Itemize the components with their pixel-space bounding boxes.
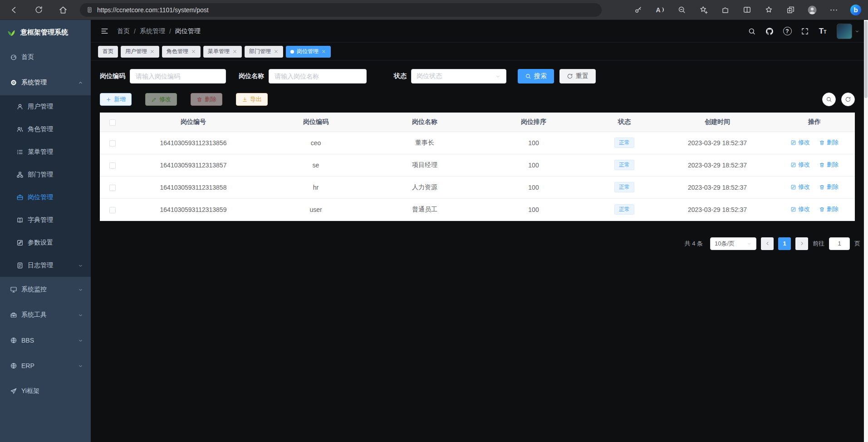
sidebar: 意框架管理系统 首页 系统管理 用户管理 角色管理	[0, 20, 91, 442]
cell-post-code: user	[261, 198, 370, 221]
status-label: 状态	[394, 72, 407, 80]
row-checkbox[interactable]	[109, 162, 116, 169]
close-icon[interactable]	[274, 49, 279, 54]
close-icon[interactable]	[232, 49, 237, 54]
row-delete-link[interactable]: 删除	[819, 183, 839, 191]
browser-back-button[interactable]	[6, 2, 22, 18]
sidebar-item-user-management[interactable]: 用户管理	[0, 95, 91, 118]
post-code-label: 岗位编码	[100, 72, 125, 80]
refresh-table-button[interactable]	[841, 93, 855, 106]
close-icon[interactable]	[191, 49, 196, 54]
font-size-button[interactable]: TT	[815, 24, 830, 39]
delete-button[interactable]: 删除	[191, 93, 222, 106]
cell-post-name: 普通员工	[370, 198, 479, 221]
close-icon[interactable]	[150, 49, 155, 54]
bing-chat-button[interactable]: b	[848, 2, 863, 18]
scrollbar-thumb[interactable]	[864, 21, 868, 98]
table-row: 1641030593112313856 ceo 董事长 100 正常 2023-…	[100, 132, 855, 154]
read-aloud-button[interactable]: A	[652, 2, 667, 18]
fullscreen-button[interactable]	[798, 24, 812, 39]
app-title: 意框架管理系统	[20, 28, 68, 37]
breadcrumb: 首页 / 系统管理 / 岗位管理	[117, 27, 201, 35]
add-button[interactable]: 新增	[100, 93, 132, 106]
select-all-checkbox[interactable]	[109, 119, 116, 126]
status-select[interactable]: 岗位状态	[411, 69, 506, 83]
collapse-sidebar-button[interactable]	[98, 25, 111, 38]
export-button[interactable]: 导出	[236, 93, 268, 106]
sidebar-item-menu-management[interactable]: 菜单管理	[0, 141, 91, 163]
row-edit-link[interactable]: 修改	[790, 183, 810, 191]
split-screen-icon	[743, 5, 751, 14]
saved-passwords-button[interactable]	[630, 2, 646, 18]
active-tab-dot	[290, 50, 294, 54]
sidebar-item-system-tools[interactable]: 系统工具	[0, 302, 91, 328]
goto-page-input[interactable]	[829, 237, 850, 250]
table-toolbar: 新增 修改 删除 导出	[100, 93, 855, 106]
browser-menu-button[interactable]: ⋯	[826, 2, 842, 18]
cell-created-time: 2023-03-29 18:52:37	[661, 154, 774, 176]
header-search-button[interactable]	[745, 24, 759, 39]
sidebar-item-yi-framework[interactable]: Yi框架	[0, 378, 91, 404]
sidebar-item-log-management[interactable]: 日志管理	[0, 254, 91, 277]
edit-button[interactable]: 修改	[145, 93, 177, 106]
next-page-button[interactable]	[795, 237, 808, 250]
sidebar-item-dept-management[interactable]: 部门管理	[0, 163, 91, 186]
sidebar-item-role-management[interactable]: 角色管理	[0, 118, 91, 141]
prev-page-button[interactable]	[761, 237, 774, 250]
browser-refresh-button[interactable]	[31, 2, 46, 18]
row-checkbox[interactable]	[109, 140, 116, 147]
tab-user-management[interactable]: 用户管理	[121, 46, 159, 58]
sidebar-item-label: 字典管理	[28, 216, 53, 224]
row-checkbox[interactable]	[109, 207, 116, 213]
reset-button[interactable]: 重置	[559, 69, 596, 83]
sidebar-item-system-management[interactable]: 系统管理	[0, 70, 91, 95]
browser-profile-button[interactable]	[804, 2, 820, 18]
row-edit-link[interactable]: 修改	[790, 161, 810, 169]
tab-home[interactable]: 首页	[98, 46, 118, 58]
cell-post-id: 1641030593112313856	[125, 132, 261, 154]
page-number-1[interactable]: 1	[778, 237, 791, 250]
tab-dept-management[interactable]: 部门管理	[245, 46, 283, 58]
sidebar-item-dict-management[interactable]: 字典管理	[0, 209, 91, 231]
row-delete-link[interactable]: 删除	[819, 205, 839, 213]
tab-menu-management[interactable]: 菜单管理	[203, 46, 242, 58]
post-code-input[interactable]	[130, 69, 226, 83]
search-button[interactable]: 搜索	[518, 69, 554, 83]
org-tree-icon	[16, 171, 24, 178]
tab-post-management[interactable]: 岗位管理	[286, 46, 331, 58]
address-bar[interactable]: https://ccnetcore.com:1101/system/post	[80, 3, 602, 17]
row-checkbox[interactable]	[109, 185, 116, 191]
page-scrollbar	[864, 20, 868, 442]
sidebar-item-bbs[interactable]: BBS	[0, 328, 91, 353]
collections-button[interactable]	[783, 2, 798, 18]
breadcrumb-system-management[interactable]: 系统管理	[140, 27, 165, 35]
post-name-input[interactable]	[269, 69, 367, 83]
refresh-icon	[567, 73, 573, 79]
sidebar-item-erp[interactable]: ERP	[0, 353, 91, 378]
hamburger-icon	[100, 27, 109, 35]
tab-role-management[interactable]: 角色管理	[162, 46, 201, 58]
toggle-search-button[interactable]	[822, 93, 836, 106]
browser-home-button[interactable]	[55, 2, 71, 18]
row-delete-link[interactable]: 删除	[819, 138, 839, 147]
extensions-button[interactable]	[717, 2, 733, 18]
page-size-select[interactable]: 10条/页	[710, 237, 756, 250]
sidebar-item-home[interactable]: 首页	[0, 44, 91, 70]
zoom-out-button[interactable]	[674, 2, 689, 18]
row-edit-link[interactable]: 修改	[790, 138, 810, 147]
row-edit-link[interactable]: 修改	[790, 205, 810, 213]
log-icon	[16, 262, 24, 269]
help-button[interactable]: ?	[780, 24, 794, 39]
github-link-button[interactable]	[762, 24, 777, 39]
sidebar-item-post-management[interactable]: 岗位管理	[0, 186, 91, 209]
favorites-button[interactable]	[761, 2, 776, 18]
close-icon[interactable]	[321, 49, 326, 54]
users-icon	[16, 126, 24, 133]
add-favorite-button[interactable]	[696, 2, 711, 18]
split-screen-button[interactable]	[739, 2, 755, 18]
breadcrumb-home[interactable]: 首页	[117, 27, 130, 35]
sidebar-item-system-monitor[interactable]: 系统监控	[0, 277, 91, 302]
row-delete-link[interactable]: 删除	[819, 161, 839, 169]
user-menu[interactable]	[837, 24, 860, 39]
sidebar-item-param-settings[interactable]: 参数设置	[0, 231, 91, 254]
